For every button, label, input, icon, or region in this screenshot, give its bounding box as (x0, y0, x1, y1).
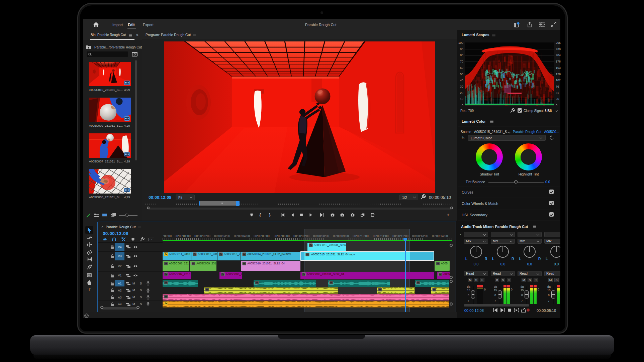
svg-text:T: T (88, 287, 91, 292)
